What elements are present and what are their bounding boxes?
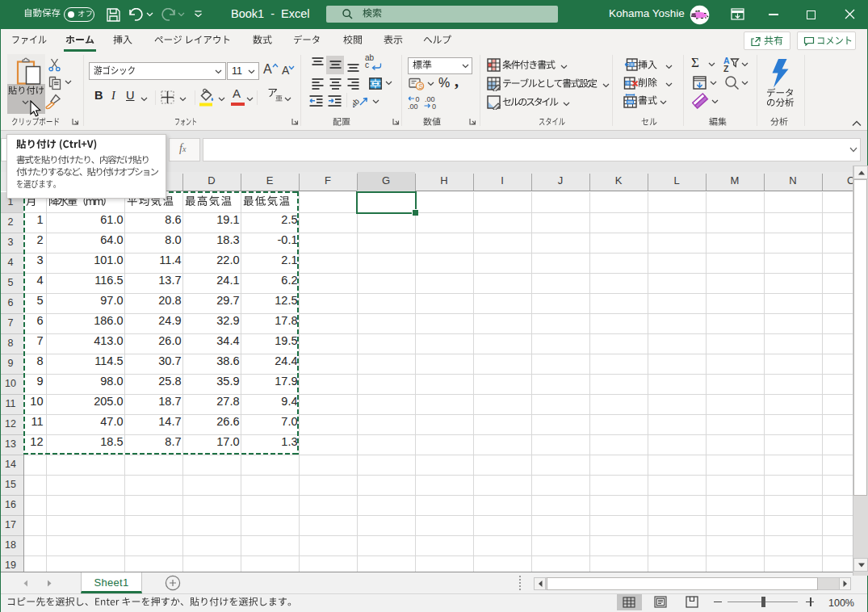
svg-text:.00: .00 [408,103,418,110]
svg-text:Z: Z [723,64,729,73]
svg-text:0: 0 [432,103,436,110]
svg-text:ab: ab [353,96,361,108]
svg-text:S: S [418,82,423,90]
